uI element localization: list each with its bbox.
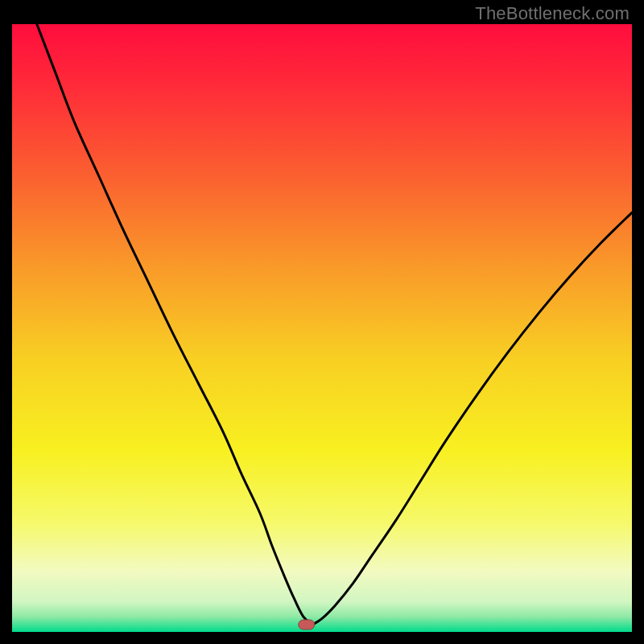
bottleneck-marker <box>299 620 315 630</box>
plot-svg <box>12 24 632 632</box>
watermark-text: TheBottleneck.com <box>475 3 630 24</box>
chart-frame: TheBottleneck.com <box>0 0 644 644</box>
gradient-background <box>12 24 632 632</box>
plot-area <box>12 24 632 632</box>
